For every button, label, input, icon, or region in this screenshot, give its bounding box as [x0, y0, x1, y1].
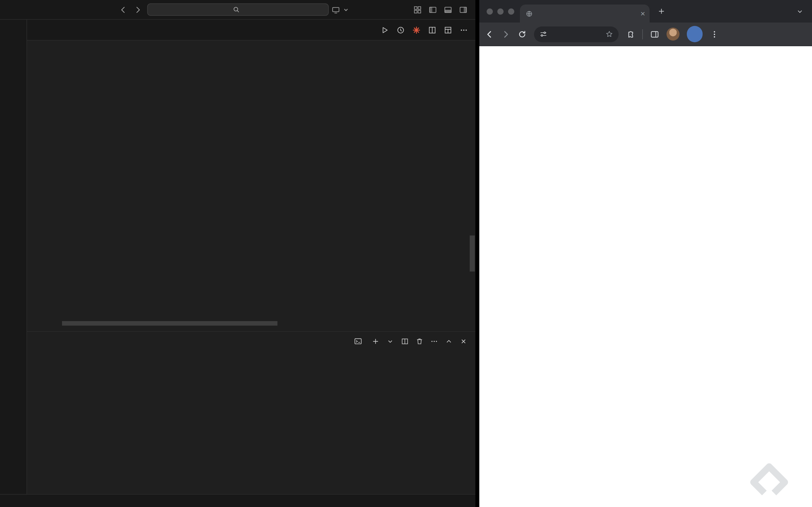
more-actions-icon[interactable]	[460, 25, 468, 34]
minimize-window-icon[interactable]	[497, 8, 504, 15]
bottom-panel	[27, 331, 475, 494]
side-panel-icon[interactable]	[650, 30, 659, 39]
editor-actions	[380, 20, 475, 40]
starburst-extension-icon[interactable]	[412, 25, 421, 34]
code-editor[interactable]	[27, 52, 475, 331]
activity-bar	[0, 20, 27, 494]
browser-menu-icon[interactable]	[710, 30, 719, 39]
kill-terminal-icon[interactable]	[416, 337, 423, 345]
more-actions-icon[interactable]	[430, 337, 438, 345]
browser-forward-icon[interactable]	[501, 30, 510, 39]
editor-tabs	[27, 20, 475, 41]
platzi-watermark	[750, 463, 796, 501]
vertical-scrollbar[interactable]	[470, 235, 475, 272]
command-center-search[interactable]	[147, 3, 328, 16]
toggle-sidebar-left-icon[interactable]	[428, 5, 437, 14]
globe-favicon-icon	[525, 10, 533, 17]
site-settings-icon[interactable]	[540, 31, 547, 38]
toggle-sidebar-right-icon[interactable]	[459, 5, 467, 14]
extensions-puzzle-icon[interactable]	[626, 30, 635, 39]
shell-picker[interactable]	[354, 337, 365, 345]
chevron-down-icon[interactable]	[386, 337, 394, 345]
vscode-titlebar	[0, 0, 475, 20]
reload-icon[interactable]	[518, 30, 527, 39]
terminal-output[interactable]	[27, 351, 475, 494]
forward-arrow-icon[interactable]	[134, 5, 142, 14]
status-bar	[0, 494, 475, 507]
browser-tab[interactable]: ×	[520, 4, 650, 22]
vscode-window	[0, 0, 475, 507]
layout-grid-icon[interactable]	[413, 5, 422, 14]
new-terminal-icon[interactable]	[371, 337, 379, 345]
finish-update-button[interactable]	[687, 26, 703, 42]
search-icon	[233, 6, 239, 13]
horizontal-scrollbar[interactable]	[62, 321, 277, 326]
browser-back-icon[interactable]	[485, 30, 494, 39]
close-tab-icon[interactable]: ×	[641, 9, 645, 18]
split-editor-icon[interactable]	[428, 25, 437, 34]
screencast-icon[interactable]	[332, 5, 340, 14]
back-arrow-icon[interactable]	[119, 5, 128, 14]
close-window-icon[interactable]	[487, 8, 493, 15]
desktop: ×	[0, 0, 812, 507]
chrome-window: ×	[479, 0, 812, 507]
toggle-panel-icon[interactable]	[444, 5, 452, 14]
terminal-icon	[354, 337, 362, 345]
platzi-logo-icon	[750, 463, 788, 501]
close-panel-icon[interactable]	[460, 337, 467, 345]
chevron-down-icon[interactable]	[342, 5, 350, 14]
zoom-window-icon[interactable]	[508, 8, 514, 15]
new-tab-icon[interactable]	[658, 7, 665, 15]
editor-layout-icon[interactable]	[444, 25, 452, 34]
browser-tab-strip: ×	[479, 0, 812, 22]
rendered-page	[479, 46, 812, 507]
window-controls	[487, 8, 514, 15]
panel-tabs	[27, 332, 475, 351]
toolbar-divider	[642, 29, 643, 39]
timeline-icon[interactable]	[396, 25, 405, 34]
maximize-panel-icon[interactable]	[445, 337, 453, 345]
address-bar[interactable]	[534, 26, 619, 42]
panel-actions	[354, 337, 467, 345]
breadcrumb[interactable]	[27, 41, 475, 52]
browser-toolbar	[479, 22, 812, 46]
bookmark-star-icon[interactable]	[606, 31, 613, 38]
run-file-icon[interactable]	[380, 25, 389, 34]
split-terminal-icon[interactable]	[401, 337, 409, 345]
tab-search-chevron-icon[interactable]	[796, 8, 804, 15]
profile-avatar[interactable]	[666, 27, 679, 41]
